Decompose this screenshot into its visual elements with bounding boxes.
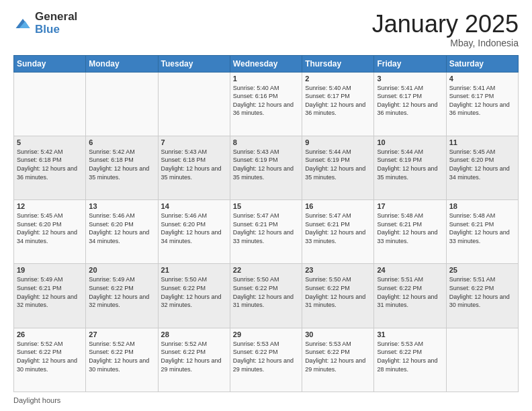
calendar-cell: 15Sunrise: 5:47 AMSunset: 6:21 PMDayligh…	[230, 200, 302, 264]
month-title: January 2025	[372, 11, 519, 38]
calendar-cell: 13Sunrise: 5:46 AMSunset: 6:20 PMDayligh…	[86, 200, 158, 264]
page: General Blue January 2025 Mbay, Indonesi…	[0, 0, 532, 411]
day-number: 31	[377, 330, 443, 338]
calendar-cell: 23Sunrise: 5:50 AMSunset: 6:22 PMDayligh…	[302, 264, 374, 328]
week-row-3: 19Sunrise: 5:49 AMSunset: 6:21 PMDayligh…	[14, 264, 519, 328]
calendar-cell: 5Sunrise: 5:42 AMSunset: 6:18 PMDaylight…	[14, 136, 86, 199]
day-number: 1	[233, 75, 299, 83]
day-info: Sunrise: 5:43 AMSunset: 6:19 PMDaylight:…	[233, 148, 299, 181]
calendar-cell: 28Sunrise: 5:52 AMSunset: 6:22 PMDayligh…	[158, 328, 230, 392]
col-header-wednesday: Wednesday	[230, 55, 302, 72]
calendar-table: SundayMondayTuesdayWednesdayThursdayFrid…	[13, 55, 519, 392]
col-header-saturday: Saturday	[446, 55, 518, 72]
calendar-cell: 8Sunrise: 5:43 AMSunset: 6:19 PMDaylight…	[230, 136, 302, 199]
day-info: Sunrise: 5:48 AMSunset: 6:21 PMDaylight:…	[449, 212, 515, 245]
col-header-sunday: Sunday	[14, 55, 86, 72]
day-info: Sunrise: 5:46 AMSunset: 6:20 PMDaylight:…	[161, 212, 227, 245]
day-info: Sunrise: 5:43 AMSunset: 6:18 PMDaylight:…	[161, 148, 227, 181]
day-info: Sunrise: 5:40 AMSunset: 6:17 PMDaylight:…	[305, 84, 371, 118]
calendar-cell: 27Sunrise: 5:52 AMSunset: 6:22 PMDayligh…	[86, 328, 158, 392]
day-number: 29	[233, 330, 299, 338]
logo-text: General Blue	[35, 11, 77, 36]
day-number: 6	[89, 138, 154, 146]
day-number: 20	[89, 266, 154, 274]
calendar-header: SundayMondayTuesdayWednesdayThursdayFrid…	[14, 55, 519, 72]
day-number: 23	[305, 266, 371, 274]
day-number: 21	[161, 266, 227, 274]
day-info: Sunrise: 5:45 AMSunset: 6:20 PMDaylight:…	[17, 212, 83, 245]
day-number: 16	[305, 202, 371, 210]
calendar-cell: 19Sunrise: 5:49 AMSunset: 6:21 PMDayligh…	[14, 264, 86, 328]
day-number: 3	[377, 75, 443, 83]
day-number: 11	[449, 138, 515, 146]
day-info: Sunrise: 5:52 AMSunset: 6:22 PMDaylight:…	[161, 340, 227, 373]
day-info: Sunrise: 5:50 AMSunset: 6:22 PMDaylight:…	[161, 275, 227, 309]
day-info: Sunrise: 5:41 AMSunset: 6:17 PMDaylight:…	[377, 84, 443, 118]
calendar-cell: 30Sunrise: 5:53 AMSunset: 6:22 PMDayligh…	[302, 328, 374, 392]
day-number: 7	[161, 138, 227, 146]
calendar-cell	[86, 72, 158, 136]
header-row: SundayMondayTuesdayWednesdayThursdayFrid…	[14, 55, 519, 72]
day-info: Sunrise: 5:53 AMSunset: 6:22 PMDaylight:…	[305, 340, 371, 373]
day-number: 17	[377, 202, 443, 210]
day-info: Sunrise: 5:48 AMSunset: 6:21 PMDaylight:…	[377, 212, 443, 245]
calendar-cell: 25Sunrise: 5:51 AMSunset: 6:22 PMDayligh…	[446, 264, 518, 328]
title-section: January 2025 Mbay, Indonesia	[372, 11, 519, 48]
col-header-monday: Monday	[86, 55, 158, 72]
calendar-cell: 2Sunrise: 5:40 AMSunset: 6:17 PMDaylight…	[302, 72, 374, 136]
header: General Blue January 2025 Mbay, Indonesi…	[13, 11, 519, 48]
day-number: 22	[233, 266, 299, 274]
day-number: 4	[449, 75, 515, 83]
day-info: Sunrise: 5:52 AMSunset: 6:22 PMDaylight:…	[17, 340, 83, 373]
day-info: Sunrise: 5:49 AMSunset: 6:21 PMDaylight:…	[17, 275, 83, 309]
calendar-cell: 11Sunrise: 5:45 AMSunset: 6:20 PMDayligh…	[446, 136, 518, 199]
calendar-body: 1Sunrise: 5:40 AMSunset: 6:16 PMDaylight…	[14, 72, 519, 392]
calendar-cell: 4Sunrise: 5:41 AMSunset: 6:17 PMDaylight…	[446, 72, 518, 136]
logo-icon	[13, 14, 32, 33]
calendar-cell: 21Sunrise: 5:50 AMSunset: 6:22 PMDayligh…	[158, 264, 230, 328]
calendar-cell: 26Sunrise: 5:52 AMSunset: 6:22 PMDayligh…	[14, 328, 86, 392]
day-number: 26	[17, 330, 83, 338]
day-info: Sunrise: 5:51 AMSunset: 6:22 PMDaylight:…	[377, 275, 443, 309]
day-info: Sunrise: 5:53 AMSunset: 6:22 PMDaylight:…	[233, 340, 299, 373]
week-row-2: 12Sunrise: 5:45 AMSunset: 6:20 PMDayligh…	[14, 200, 519, 264]
day-info: Sunrise: 5:50 AMSunset: 6:22 PMDaylight:…	[305, 275, 371, 309]
week-row-1: 5Sunrise: 5:42 AMSunset: 6:18 PMDaylight…	[14, 136, 519, 199]
calendar-cell: 6Sunrise: 5:42 AMSunset: 6:18 PMDaylight…	[86, 136, 158, 199]
calendar-cell: 29Sunrise: 5:53 AMSunset: 6:22 PMDayligh…	[230, 328, 302, 392]
col-header-thursday: Thursday	[302, 55, 374, 72]
calendar-cell: 10Sunrise: 5:44 AMSunset: 6:19 PMDayligh…	[374, 136, 446, 199]
calendar-cell: 3Sunrise: 5:41 AMSunset: 6:17 PMDaylight…	[374, 72, 446, 136]
week-row-0: 1Sunrise: 5:40 AMSunset: 6:16 PMDaylight…	[14, 72, 519, 136]
day-number: 13	[89, 202, 154, 210]
calendar-cell: 18Sunrise: 5:48 AMSunset: 6:21 PMDayligh…	[446, 200, 518, 264]
day-number: 9	[305, 138, 371, 146]
calendar-cell: 9Sunrise: 5:44 AMSunset: 6:19 PMDaylight…	[302, 136, 374, 199]
logo-general-text: General	[35, 11, 77, 24]
day-info: Sunrise: 5:50 AMSunset: 6:22 PMDaylight:…	[233, 275, 299, 309]
day-info: Sunrise: 5:45 AMSunset: 6:20 PMDaylight:…	[449, 148, 515, 181]
logo: General Blue	[13, 11, 77, 36]
day-number: 27	[89, 330, 154, 338]
day-number: 24	[377, 266, 443, 274]
day-number: 14	[161, 202, 227, 210]
day-number: 5	[17, 138, 83, 146]
calendar-cell	[158, 72, 230, 136]
calendar-cell: 31Sunrise: 5:53 AMSunset: 6:22 PMDayligh…	[374, 328, 446, 392]
calendar-cell: 16Sunrise: 5:47 AMSunset: 6:21 PMDayligh…	[302, 200, 374, 264]
day-number: 18	[449, 202, 515, 210]
day-info: Sunrise: 5:40 AMSunset: 6:16 PMDaylight:…	[233, 84, 299, 118]
day-info: Sunrise: 5:47 AMSunset: 6:21 PMDaylight:…	[233, 212, 299, 245]
day-info: Sunrise: 5:47 AMSunset: 6:21 PMDaylight:…	[305, 212, 371, 245]
calendar-cell	[446, 328, 518, 392]
day-number: 12	[17, 202, 83, 210]
day-number: 30	[305, 330, 371, 338]
day-info: Sunrise: 5:44 AMSunset: 6:19 PMDaylight:…	[377, 148, 443, 181]
day-number: 28	[161, 330, 227, 338]
day-info: Sunrise: 5:42 AMSunset: 6:18 PMDaylight:…	[17, 148, 83, 181]
day-info: Sunrise: 5:49 AMSunset: 6:22 PMDaylight:…	[89, 275, 154, 309]
day-number: 2	[305, 75, 371, 83]
col-header-friday: Friday	[374, 55, 446, 72]
daylight-label: Daylight hours	[13, 396, 60, 404]
calendar-cell: 24Sunrise: 5:51 AMSunset: 6:22 PMDayligh…	[374, 264, 446, 328]
